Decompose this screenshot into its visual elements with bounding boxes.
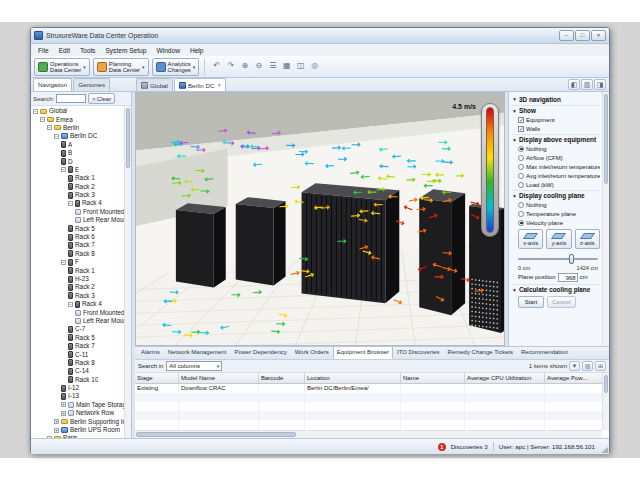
- radio-airflow-cfm[interactable]: Airflow (CFM): [512, 153, 600, 162]
- operations-perspective-button[interactable]: OperationsData Center▾: [34, 58, 90, 76]
- tree-item-a[interactable]: A: [31, 141, 125, 149]
- maximize-panel-icon[interactable]: ◨: [594, 79, 606, 90]
- tree-item-c-11[interactable]: C-11: [31, 350, 125, 358]
- editor-tab-global[interactable]: Global: [136, 78, 173, 91]
- column-header-stage[interactable]: Stage: [135, 373, 179, 383]
- tree-item-i-12[interactable]: I-12: [31, 384, 125, 392]
- menu-edit[interactable]: Edit: [54, 47, 75, 54]
- tree-item-front-mounted[interactable]: Front Mounted: [31, 308, 125, 316]
- scroll-thumb[interactable]: [604, 94, 608, 184]
- radio-temperature-plane[interactable]: Temperature plane: [512, 209, 600, 218]
- tree-item-rack-8[interactable]: Rack 8: [31, 250, 125, 258]
- analytics-perspective-button[interactable]: AnalyticsChanges▾: [152, 58, 200, 76]
- plane-position-slider[interactable]: [518, 253, 598, 265]
- expander-icon[interactable]: −: [47, 125, 52, 130]
- filter-icon[interactable]: ▼: [569, 361, 580, 371]
- expander-icon[interactable]: −: [68, 201, 73, 206]
- expander-icon[interactable]: −: [33, 109, 38, 114]
- resize-grip[interactable]: ◢: [602, 445, 608, 454]
- zoom-in-icon[interactable]: ⊕: [238, 60, 251, 73]
- table-vertical-scrollbar[interactable]: [602, 373, 609, 430]
- tree-item-rack-4[interactable]: −Rack 4: [31, 300, 125, 308]
- grid-view-icon[interactable]: ▦: [280, 60, 293, 73]
- expander-icon[interactable]: −: [40, 117, 45, 122]
- checkbox-equipment[interactable]: ✓Equipment: [512, 115, 600, 124]
- split-view-icon[interactable]: ◫: [294, 60, 307, 73]
- search-input[interactable]: [56, 94, 86, 103]
- sidebar-scrollbar[interactable]: [124, 106, 131, 438]
- tree-item-c-7[interactable]: C-7: [31, 325, 125, 333]
- section-calculate-header[interactable]: ▼ Calculate cooling plane: [512, 284, 600, 294]
- radio-velocity-plane[interactable]: Velocity plane: [512, 218, 600, 227]
- redo-icon[interactable]: ↷: [224, 60, 237, 73]
- capture-icon[interactable]: ◎: [308, 60, 321, 73]
- slider-handle[interactable]: [569, 254, 574, 264]
- section-display-above-header[interactable]: ▼ Display above equipment: [512, 134, 600, 144]
- column-header-average-pow[interactable]: Average Pow...: [545, 373, 602, 383]
- tree-item-berlin-supporting-infrastru[interactable]: +Berlin Supporting Infrastru: [31, 417, 125, 425]
- scroll-thumb[interactable]: [126, 108, 130, 168]
- bottom-tab-equipment-browser[interactable]: Equipment Browser: [333, 347, 393, 359]
- tree-item-berlin-ups-room[interactable]: +Berlin UPS Room: [31, 426, 125, 434]
- sidebar-tab-navigation[interactable]: Navigation: [33, 78, 72, 91]
- checkbox-walls[interactable]: ✓Walls: [512, 124, 600, 133]
- menu-help[interactable]: Help: [185, 47, 209, 54]
- tree-item-e[interactable]: −E: [31, 166, 125, 174]
- radio-avg-inlet-return-temperature[interactable]: Avg inlet/return temperature: [512, 171, 600, 180]
- tree-item-left-rear-mount[interactable]: Left Rear Mount: [31, 317, 125, 325]
- tree-item-rack-3[interactable]: Rack 3: [31, 292, 125, 300]
- column-filter-select[interactable]: All columns ▾: [166, 361, 222, 371]
- bottom-tab-network-management[interactable]: Network Management: [164, 347, 231, 359]
- radio-nothing[interactable]: Nothing: [512, 144, 600, 153]
- tree-item-rack-5[interactable]: Rack 5: [31, 334, 125, 342]
- column-header-average-cpu-utilization[interactable]: Average CPU Utilization: [465, 373, 545, 383]
- tree-item-b[interactable]: B: [31, 149, 125, 157]
- alert-badge[interactable]: 1: [438, 443, 446, 451]
- close-icon[interactable]: ×: [217, 82, 221, 88]
- cancel-button[interactable]: Cancel: [547, 296, 576, 308]
- tree-item-rack-1[interactable]: Rack 1: [31, 174, 125, 182]
- start-button[interactable]: Start: [518, 296, 544, 308]
- expander-icon[interactable]: +: [61, 402, 66, 407]
- 3d-viewport[interactable]: 4.5 m/s: [135, 92, 505, 346]
- column-header-location[interactable]: Location: [305, 373, 401, 383]
- table-row[interactable]: ExistingDownflow CRACBerlin DC/Berlin/Em…: [135, 384, 602, 393]
- section-show-header[interactable]: ▼ Show: [512, 105, 600, 115]
- layers-icon[interactable]: ☰: [266, 60, 279, 73]
- tree-item-h-23[interactable]: H-23: [31, 275, 125, 283]
- close-button[interactable]: ×: [591, 30, 606, 41]
- tree-item-rack-4[interactable]: −Rack 4: [31, 199, 125, 207]
- section-cooling-plane-header[interactable]: ▼ Display cooling plane: [512, 190, 600, 200]
- editor-tab-berlin-dc[interactable]: Berlin DC×: [174, 78, 226, 91]
- bottom-tab-recommendation[interactable]: Recommendation: [517, 347, 572, 359]
- title-bar[interactable]: StruxureWare Data Center Operation – □ ×: [31, 28, 609, 44]
- expander-icon[interactable]: +: [54, 419, 59, 424]
- tree-item-rack-5[interactable]: Rack 5: [31, 224, 125, 232]
- restore-panel-icon[interactable]: ◧: [568, 79, 580, 90]
- z-axis-button[interactable]: z-axis: [575, 229, 600, 249]
- tree-item-d[interactable]: D: [31, 157, 125, 165]
- expander-icon[interactable]: −: [68, 302, 73, 307]
- menu-system-setup[interactable]: System Setup: [100, 47, 151, 54]
- column-header-name[interactable]: Name: [401, 373, 465, 383]
- tree-item-c-14[interactable]: C-14: [31, 367, 125, 375]
- tree-item-global[interactable]: −Global: [31, 107, 125, 115]
- y-axis-button[interactable]: y-axis: [546, 229, 571, 249]
- tree-item-network-row[interactable]: +Network Row: [31, 409, 125, 417]
- tree-item-left-rear-moun[interactable]: Left Rear Moun: [31, 216, 125, 224]
- menu-file[interactable]: File: [33, 47, 54, 54]
- bottom-tab-ito-discoveries[interactable]: ITO Discoveries: [393, 347, 444, 359]
- column-header-model-name[interactable]: Model Name: [179, 373, 259, 383]
- scroll-thumb[interactable]: [604, 375, 608, 393]
- tree-item-i-13[interactable]: I-13: [31, 392, 125, 400]
- planning-perspective-button[interactable]: PlanningData Center▾: [93, 58, 149, 76]
- tree-item-rack-6[interactable]: Rack 6: [31, 233, 125, 241]
- tree-item-rack-10[interactable]: Rack 10: [31, 376, 125, 384]
- undo-icon[interactable]: ↶: [210, 60, 223, 73]
- menu-window[interactable]: Window: [151, 47, 184, 54]
- tree-item-berlin-dc[interactable]: −Berlin DC: [31, 132, 125, 140]
- columns-icon[interactable]: ▥: [582, 361, 593, 371]
- tree-item-front-mounted[interactable]: Front Mounted: [31, 208, 125, 216]
- scroll-thumb[interactable]: [136, 432, 296, 437]
- radio-load-kw[interactable]: Load (kW): [512, 180, 600, 189]
